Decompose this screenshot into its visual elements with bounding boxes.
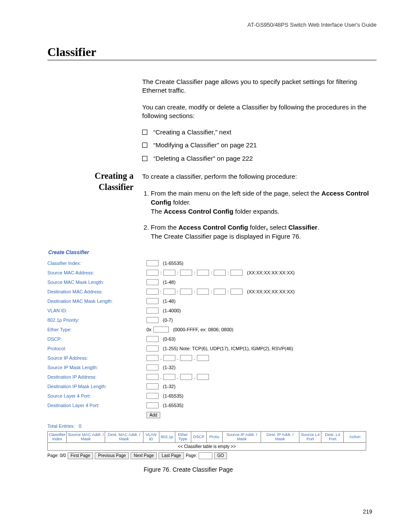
- label-dst-l4: Destination Layer 4 Port:: [47, 403, 146, 408]
- procedure-intro: To create a classifier, perform the foll…: [142, 172, 377, 181]
- input-src-ip-mask[interactable]: [146, 364, 159, 370]
- input-dst-mac-5[interactable]: [214, 289, 226, 295]
- input-src-ip-4[interactable]: [197, 355, 209, 361]
- label-src-mac: Source MAC Address:: [47, 270, 146, 275]
- figure-caption: Figure 76. Create Classifier Page: [0, 466, 377, 473]
- pager: Page: 0/0 First Page Previous Page Next …: [47, 452, 366, 459]
- label-dst-mac-mask: Destination MAC Mask Length:: [47, 299, 146, 304]
- input-dst-l4[interactable]: [146, 402, 159, 408]
- input-src-ip-2[interactable]: [163, 355, 175, 361]
- label-src-ip: Source IP Address:: [47, 355, 146, 361]
- page-number: 219: [363, 508, 372, 515]
- label-src-l4: Source Layer 4 Port:: [47, 393, 146, 398]
- label-src-ip-mask: Source IP Mask Length:: [47, 365, 146, 370]
- intro-paragraph-1: The Create Classifier page allows you to…: [142, 78, 377, 95]
- input-src-l4[interactable]: [146, 393, 159, 399]
- section-title: Classifier: [47, 45, 377, 60]
- input-dst-mac-2[interactable]: [163, 289, 175, 295]
- bullet-item: “Deleting a Classifier” on page 222: [153, 154, 253, 163]
- input-src-mac-1[interactable]: [146, 270, 159, 276]
- input-src-mac-2[interactable]: [163, 270, 175, 276]
- input-vlan-id[interactable]: [146, 308, 159, 314]
- input-src-mac-6[interactable]: [230, 270, 243, 276]
- create-classifier-screenshot: Create Classifier Classifier Index:(1-65…: [47, 248, 366, 459]
- label-ether-type: Ether Type:: [47, 327, 146, 332]
- label-protocol: Protocol:: [47, 346, 146, 351]
- input-dst-mac-mask[interactable]: [146, 298, 159, 304]
- bullet-item: “Creating a Classifier,” next: [153, 128, 231, 137]
- label-8021p: 802.1p Priority:: [47, 317, 146, 323]
- total-entries: Total Entries: 0: [47, 423, 366, 429]
- input-src-ip-1[interactable]: [146, 355, 159, 361]
- input-src-ip-3[interactable]: [180, 355, 192, 361]
- label-dst-mac: Destination MAC Address:: [47, 289, 146, 294]
- input-dst-mac-3[interactable]: [180, 289, 192, 295]
- bullet-icon: [142, 130, 147, 135]
- classifier-table: Classifier IndexSource MAC Addr. / MaskD…: [47, 431, 366, 451]
- bullet-list: “Creating a Classifier,” next “Modifying…: [142, 128, 377, 163]
- label-vlan-id: VLAN ID:: [47, 308, 146, 313]
- page-indicator: Page: 0/0: [47, 453, 66, 458]
- input-src-mac-5[interactable]: [214, 270, 226, 276]
- last-page-button[interactable]: Last Page: [159, 452, 184, 459]
- table-empty-message: << Classifier table is empty >>: [48, 442, 366, 450]
- label-dst-ip-mask: Destination IP Mask Length:: [47, 384, 146, 389]
- step-1: From the main menu on the left side of t…: [151, 189, 377, 216]
- label-classifier-index: Classifier Index:: [47, 261, 146, 266]
- bullet-icon: [142, 143, 147, 148]
- input-dst-ip-4[interactable]: [197, 374, 209, 380]
- next-page-button[interactable]: Next Page: [131, 452, 157, 459]
- input-8021p[interactable]: [146, 317, 159, 323]
- table-header-row: Classifier IndexSource MAC Addr. / MaskD…: [48, 432, 366, 443]
- side-heading: Creating aClassifier: [47, 170, 134, 193]
- label-dst-ip: Destination IP Address:: [47, 374, 146, 380]
- input-dst-mac-1[interactable]: [146, 289, 159, 295]
- input-src-mac-4[interactable]: [197, 270, 209, 276]
- step-2: From the Access Control Config folder, s…: [151, 223, 377, 241]
- input-classifier-index[interactable]: [146, 260, 159, 266]
- intro-paragraph-2: You can create, modify or delete a Class…: [142, 103, 377, 121]
- input-src-mac-mask[interactable]: [146, 279, 159, 285]
- go-button[interactable]: GO: [214, 452, 227, 459]
- input-src-mac-3[interactable]: [180, 270, 192, 276]
- input-ether-type[interactable]: [153, 327, 169, 333]
- bullet-item: “Modifying a Classifier” on page 221: [153, 141, 257, 149]
- previous-page-button[interactable]: Previous Page: [95, 452, 129, 459]
- form-title: Create Classifier: [47, 248, 366, 259]
- input-dst-mac-4[interactable]: [197, 289, 209, 295]
- page-input[interactable]: [199, 452, 212, 459]
- input-dst-ip-mask[interactable]: [146, 383, 159, 389]
- doc-header: AT-GS950/48PS Switch Web Interface User'…: [47, 22, 377, 28]
- input-dscp[interactable]: [146, 336, 159, 342]
- first-page-button[interactable]: First Page: [68, 452, 93, 459]
- input-protocol[interactable]: [146, 345, 159, 352]
- bullet-icon: [142, 156, 147, 161]
- add-button[interactable]: Add: [146, 412, 160, 418]
- input-dst-ip-1[interactable]: [146, 374, 159, 380]
- input-dst-ip-3[interactable]: [180, 374, 192, 380]
- label-dscp: DSCP:: [47, 336, 146, 342]
- input-dst-ip-2[interactable]: [163, 374, 175, 380]
- input-dst-mac-6[interactable]: [230, 289, 243, 295]
- page-label: Page:: [186, 453, 197, 458]
- label-src-mac-mask: Source MAC Mask Length:: [47, 280, 146, 285]
